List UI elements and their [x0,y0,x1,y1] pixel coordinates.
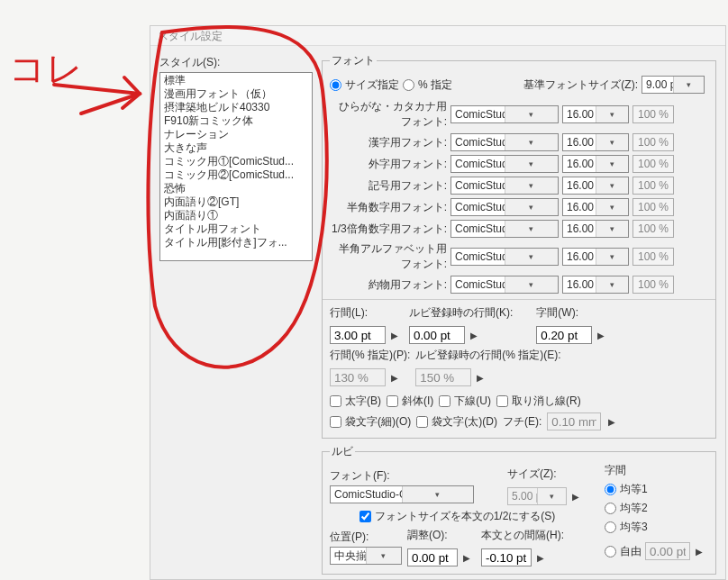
font-pct: 100 % [632,155,674,173]
bag-thin-checkbox[interactable]: 袋文字(細)(O) [330,414,411,430]
font-legend: フォント [330,53,377,68]
style-list[interactable]: 標準 漫画用フォント（仮） 摂津築地ビルド40330 F910新コミック体 ナレ… [159,72,313,261]
font-family-combo[interactable]: ComicStudio-GA▾ [450,198,559,216]
ruby-fieldset: ルビ フォント(F): ComicStudio-GA▾ サイズ(Z): 5.00… [322,444,716,575]
font-family-combo[interactable]: ComicStudio-PGA▾ [450,105,559,123]
style-dialog: スタイル設定 スタイル(S): 標準 漫画用フォント（仮） 摂津築地ビルド403… [150,25,726,580]
ruby-size-combo: 5.00 pt▾ [507,487,567,505]
italic-checkbox[interactable]: 斜体(I) [387,394,433,409]
edge-label: フチ(E): [503,414,541,430]
ruby-pct-label: ルビ登録時の行間(% 指定)(E): [415,348,560,363]
font-size-combo[interactable]: 16.00 pt▾ [562,198,629,216]
font-row-label: 漢字用フォント: [369,135,447,150]
ruby-pct-input [415,368,471,386]
triangle-icon: ▶ [570,492,581,502]
chevron-down-icon: ▾ [673,77,705,93]
ruby-adj-input[interactable] [407,548,458,566]
list-item[interactable]: 標準 [160,74,312,87]
ruby-line-label: ルビ登録時の行間(K): [409,305,513,321]
style-list-label: スタイル(S): [159,55,313,70]
underline-checkbox[interactable]: 下線(U) [439,394,491,409]
triangle-icon[interactable]: ▶ [535,553,546,563]
font-pct: 100 % [632,276,674,294]
line-spacing-input[interactable] [330,326,386,344]
font-size-combo[interactable]: 16.00 pt▾ [562,105,629,123]
line-spacing-label: 行間(L): [330,305,404,321]
font-family-combo[interactable]: ComicStudio-GA▾ [450,133,559,151]
char-spacing-input[interactable] [536,326,592,344]
ruby-font-combo[interactable]: ComicStudio-GA▾ [330,485,474,503]
list-item[interactable]: コミック用①[ComicStud... [160,155,312,168]
font-row-label: ひらがな・カタカナ用フォント: [330,99,447,130]
ruby-adj-label: 調整(O): [407,528,476,543]
font-row-label: 記号用フォント: [369,178,447,194]
list-item[interactable]: 内面語り① [160,209,312,222]
ruby-even1-radio[interactable]: 均等1 [605,482,708,497]
triangle-icon[interactable]: ▶ [389,331,400,340]
ruby-half-checkbox[interactable]: フォントサイズを本文の1/2にする(S) [359,509,556,524]
font-pct: 100 % [632,198,674,216]
ruby-pos-label: 位置(P): [330,530,402,545]
font-size-combo[interactable]: 16.00 pt▾ [562,276,629,294]
font-family-combo[interactable]: ComicStudio-GA▾ [450,248,559,266]
bag-thick-checkbox[interactable]: 袋文字(太)(D) [416,414,497,430]
font-row-label: 半角アルファベット用フォント: [330,241,447,272]
pct-radio[interactable]: % 指定 [403,77,452,93]
list-item[interactable]: ナレーション [160,128,312,141]
list-item[interactable]: 摂津築地ビルド40330 [160,101,312,114]
ruby-line-input[interactable] [409,326,465,344]
font-pct: 100 % [632,248,674,266]
ruby-font-label: フォント(F): [330,468,502,484]
ruby-free-radio[interactable]: 自由 [605,544,642,559]
ruby-even2-radio[interactable]: 均等2 [605,501,708,516]
ruby-gap-label: 本文との間隔(H): [481,528,564,543]
strike-checkbox[interactable]: 取り消し線(R) [496,394,581,409]
font-pct: 100 % [632,133,674,151]
size-radio[interactable]: サイズ指定 [330,77,399,93]
font-size-combo[interactable]: 16.00 pt▾ [562,220,629,238]
font-pct: 100 % [632,105,674,123]
list-item[interactable]: タイトル用フォント [160,222,312,236]
ruby-legend: ルビ [330,444,355,459]
line-pct-input [330,368,386,386]
list-item[interactable]: タイトル用[影付き]フォ... [160,236,312,249]
font-row-label: 半角数字用フォント: [347,200,447,215]
font-family-combo[interactable]: ComicStudio-GA▾ [450,276,559,294]
font-family-combo[interactable]: ComicStudio-TN▾ [450,220,559,238]
list-item[interactable]: 内面語り②[GT] [160,195,312,209]
list-item[interactable]: F910新コミック体 [160,114,312,128]
base-size-label: 基準フォントサイズ(Z): [523,77,638,93]
bold-checkbox[interactable]: 太字(B) [330,394,381,409]
ruby-free-input [645,542,690,560]
line-pct-label: 行間(% 指定)(P): [330,348,410,363]
font-fieldset: フォント サイズ指定 % 指定 基準フォントサイズ(Z): 9.00 pt▾ ひ… [322,53,716,439]
font-row-label: 外字用フォント: [369,157,447,172]
triangle-icon[interactable]: ▶ [461,553,472,563]
font-size-combo[interactable]: 16.00 pt▾ [562,177,629,195]
base-size-combo[interactable]: 9.00 pt▾ [642,76,705,94]
font-size-combo[interactable]: 16.00 pt▾ [562,133,629,151]
font-row-label: 1/3倍角数字用フォント: [332,222,447,237]
list-item[interactable]: 大きな声 [160,141,312,155]
triangle-icon: ▶ [694,547,705,557]
edge-input [547,412,601,430]
ruby-even3-radio[interactable]: 均等3 [605,520,708,535]
font-row-label: 約物用フォント: [369,277,447,293]
font-family-combo[interactable]: ComicStudio-EXP▾ [450,155,559,173]
annotation-text: コレ [9,49,83,89]
ruby-charsp-label: 字間 [605,463,708,478]
triangle-icon[interactable]: ▶ [469,331,479,340]
ruby-pos-combo[interactable]: 中央揃え▾ [330,547,402,565]
triangle-icon: ▶ [389,373,400,383]
triangle-icon: ▶ [606,417,617,427]
font-size-combo[interactable]: 16.00 pt▾ [562,248,629,266]
font-pct: 100 % [632,220,674,238]
list-item[interactable]: コミック用②[ComicStud... [160,168,312,182]
font-pct: 100 % [632,177,674,195]
list-item[interactable]: 漫画用フォント（仮） [160,87,312,101]
list-item[interactable]: 恐怖 [160,182,312,195]
triangle-icon[interactable]: ▶ [596,331,606,340]
font-family-combo[interactable]: ComicStudio-GA▾ [450,177,559,195]
font-size-combo[interactable]: 16.00 pt▾ [562,155,629,173]
ruby-gap-input[interactable] [481,548,532,566]
